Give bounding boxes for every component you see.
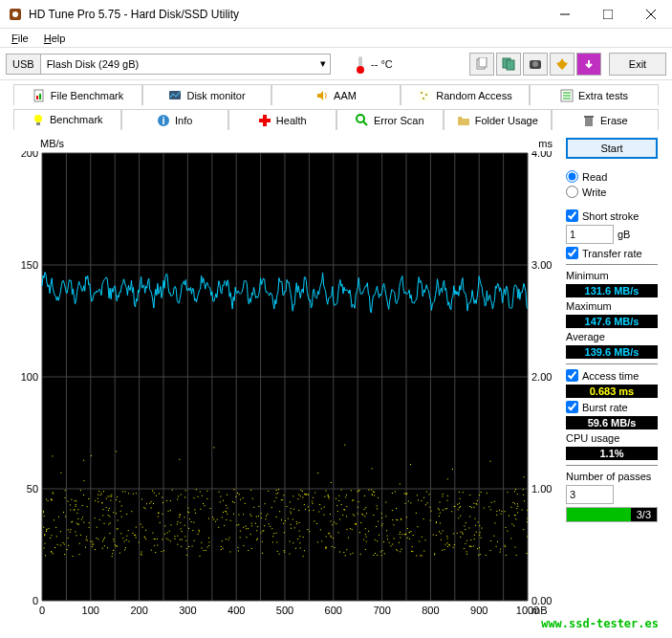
info-icon: i — [157, 114, 170, 127]
tabs-upper: File Benchmark Disk monitor AAM Random A… — [0, 84, 672, 105]
svg-line-33 — [363, 121, 367, 125]
passes-input[interactable] — [566, 485, 614, 504]
save-button[interactable] — [576, 53, 601, 76]
tab-info[interactable]: iInfo — [121, 109, 229, 130]
temperature: -- °C — [354, 55, 393, 74]
svg-point-7 — [357, 66, 364, 74]
titlebar: HD Tune Pro 5.75 - Hard Disk/SSD Utility — [0, 0, 672, 29]
svg-rect-15 — [36, 96, 38, 99]
svg-rect-34 — [585, 118, 593, 126]
y-right-unit: ms — [538, 138, 553, 149]
tab-aam[interactable]: AAM — [271, 84, 401, 105]
cpu-label: CPU usage — [566, 432, 658, 444]
burst-value: 59.6 MB/s — [566, 416, 658, 429]
short-stroke-input[interactable] — [566, 225, 614, 244]
file-icon — [33, 89, 46, 102]
maximize-button[interactable] — [586, 0, 629, 28]
monitor-icon — [168, 89, 182, 102]
tab-file-benchmark[interactable]: File Benchmark — [13, 84, 142, 105]
progress-bar: 3/3 — [566, 507, 658, 522]
thermometer-icon — [354, 55, 367, 74]
avg-label: Average — [566, 331, 658, 342]
folder-icon — [457, 114, 470, 127]
tab-extra-tests[interactable]: Extra tests — [530, 84, 659, 105]
short-stroke-check[interactable]: Short stroke — [566, 209, 658, 222]
tab-disk-monitor[interactable]: Disk monitor — [142, 84, 271, 105]
svg-text:i: i — [163, 115, 165, 126]
svg-rect-11 — [507, 60, 514, 70]
svg-rect-16 — [39, 94, 41, 99]
write-radio[interactable]: Write — [566, 186, 658, 198]
progress-text: 3/3 — [631, 508, 657, 521]
copy-info-button[interactable] — [469, 53, 494, 76]
health-icon — [258, 114, 271, 127]
minimize-button[interactable] — [543, 0, 586, 28]
close-button[interactable] — [629, 0, 672, 28]
trash-icon — [582, 114, 596, 127]
chevron-down-icon: ▾ — [316, 57, 330, 70]
tab-error-scan[interactable]: Error Scan — [336, 109, 444, 130]
tab-random-access[interactable]: Random Access — [401, 84, 530, 105]
drive-type-label: USB — [7, 55, 41, 74]
access-time-check[interactable]: Access time — [566, 369, 658, 382]
copy-screenshot-button[interactable] — [496, 53, 521, 76]
svg-point-32 — [357, 115, 364, 122]
burst-rate-check[interactable]: Burst rate — [566, 401, 658, 413]
tab-benchmark[interactable]: Benchmark — [13, 109, 121, 130]
max-value: 147.6 MB/s — [566, 315, 658, 328]
avg-value: 139.6 MB/s — [566, 345, 658, 359]
benchmark-chart — [13, 151, 556, 620]
drive-select[interactable]: USB Flash Disk (249 gB) ▾ — [6, 54, 331, 75]
svg-point-20 — [425, 94, 427, 96]
svg-rect-35 — [584, 116, 594, 118]
window-title: HD Tune Pro 5.75 - Hard Disk/SSD Utility — [29, 8, 543, 21]
tab-folder-usage[interactable]: Folder Usage — [444, 109, 552, 130]
svg-rect-31 — [259, 119, 271, 122]
watermark: www.ssd-tester.es — [541, 617, 659, 630]
speaker-icon — [315, 89, 329, 102]
tab-health[interactable]: Health — [228, 109, 336, 130]
svg-rect-3 — [603, 10, 613, 19]
sidebar: Start Read Write Short stroke gB Transfe… — [566, 138, 658, 620]
scan-icon — [356, 114, 369, 127]
exit-button[interactable]: Exit — [609, 53, 666, 76]
cpu-value: 1.1% — [566, 447, 658, 460]
y-left-unit: MB/s — [40, 138, 64, 149]
passes-label: Number of passes — [566, 471, 658, 482]
tabs-lower: Benchmark iInfo Health Error Scan Folder… — [0, 109, 672, 130]
tab-erase[interactable]: Erase — [552, 109, 660, 130]
save-screenshot-button[interactable] — [523, 53, 548, 76]
menu-file[interactable]: File — [4, 31, 36, 46]
min-value: 131.6 MB/s — [566, 284, 658, 297]
access-value: 0.683 ms — [566, 385, 658, 398]
app-icon — [8, 7, 23, 22]
svg-point-1 — [12, 11, 18, 17]
svg-point-26 — [34, 115, 42, 122]
max-label: Maximum — [566, 300, 658, 312]
menubar: File Help — [0, 29, 672, 48]
transfer-rate-check[interactable]: Transfer rate — [566, 247, 658, 259]
toolbar: USB Flash Disk (249 gB) ▾ -- °C Exit — [0, 48, 672, 80]
options-button[interactable] — [550, 53, 574, 76]
chart-area: MB/s ms — [13, 138, 556, 620]
svg-rect-9 — [479, 57, 487, 67]
start-button[interactable]: Start — [566, 138, 658, 159]
svg-rect-14 — [34, 90, 43, 101]
min-label: Minimum — [566, 270, 658, 281]
svg-rect-27 — [36, 122, 40, 125]
bulb-icon — [32, 113, 45, 126]
drive-name: Flash Disk (249 gB) — [41, 58, 316, 70]
svg-point-13 — [532, 61, 538, 67]
read-radio[interactable]: Read — [566, 170, 658, 183]
list-icon — [560, 89, 574, 102]
svg-point-19 — [421, 92, 423, 94]
svg-rect-18 — [419, 90, 430, 101]
svg-point-21 — [423, 98, 424, 99]
random-icon — [418, 89, 431, 102]
temp-value: -- °C — [371, 58, 393, 70]
menu-help[interactable]: Help — [36, 31, 74, 46]
